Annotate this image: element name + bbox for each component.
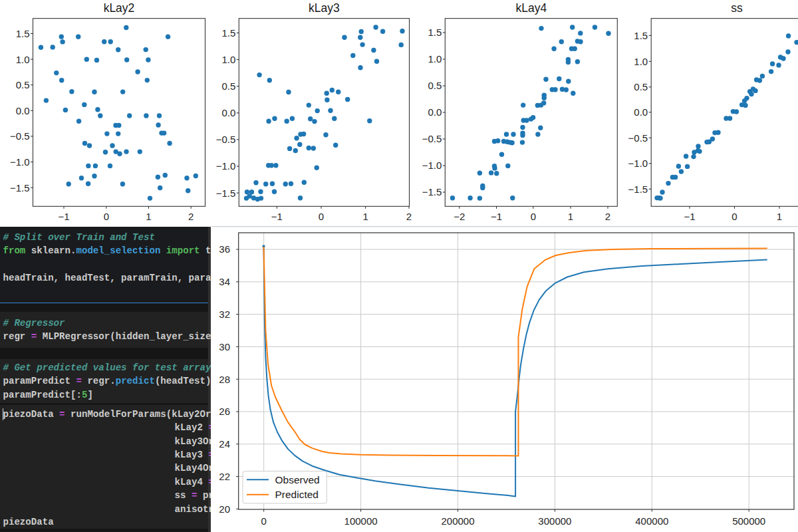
svg-text:300000: 300000 (538, 515, 571, 527)
svg-text:0.0: 0.0 (16, 105, 30, 116)
svg-text:2: 2 (605, 211, 610, 222)
svg-text:−1.5: −1.5 (422, 186, 442, 198)
svg-text:32: 32 (219, 309, 230, 320)
svg-text:1: 1 (777, 211, 782, 222)
svg-text:34: 34 (219, 276, 230, 287)
svg-text:0: 0 (531, 211, 536, 222)
svg-text:26: 26 (219, 406, 230, 417)
svg-text:kLay3: kLay3 (309, 1, 340, 15)
svg-text:1.0: 1.0 (634, 56, 648, 67)
svg-text:1: 1 (362, 211, 368, 222)
svg-text:−0.5: −0.5 (10, 130, 30, 142)
svg-text:−1.5: −1.5 (216, 188, 236, 199)
svg-text:200000: 200000 (441, 515, 474, 527)
svg-text:−1.5: −1.5 (10, 182, 30, 194)
svg-text:1.0: 1.0 (16, 54, 30, 65)
svg-text:1: 1 (568, 211, 573, 222)
svg-text:−1.5: −1.5 (628, 184, 648, 195)
svg-text:−1.0: −1.0 (10, 156, 30, 168)
svg-text:400000: 400000 (635, 515, 668, 527)
svg-text:0.5: 0.5 (16, 79, 30, 90)
svg-text:1.5: 1.5 (16, 28, 30, 39)
svg-text:2: 2 (406, 211, 412, 222)
svg-text:−1: −1 (684, 211, 695, 222)
svg-text:36: 36 (219, 243, 230, 255)
svg-text:−1.0: −1.0 (628, 158, 648, 169)
svg-text:0: 0 (261, 515, 267, 527)
svg-text:24: 24 (219, 438, 230, 450)
svg-text:1.5: 1.5 (428, 27, 442, 38)
svg-text:1: 1 (146, 211, 151, 222)
svg-text:Observed: Observed (275, 474, 320, 485)
svg-text:0.5: 0.5 (634, 81, 648, 92)
svg-text:kLay4: kLay4 (515, 1, 547, 15)
svg-text:0: 0 (104, 211, 109, 222)
svg-text:−1: −1 (58, 211, 69, 222)
svg-text:22: 22 (219, 471, 230, 482)
svg-text:2: 2 (188, 211, 194, 222)
svg-text:20: 20 (219, 503, 230, 515)
svg-text:−1.0: −1.0 (422, 160, 442, 171)
svg-text:500000: 500000 (732, 515, 765, 527)
svg-text:30: 30 (219, 341, 230, 352)
svg-text:−0.5: −0.5 (216, 134, 236, 145)
svg-text:1.5: 1.5 (634, 30, 648, 41)
svg-text:100000: 100000 (344, 515, 378, 527)
svg-text:1.5: 1.5 (221, 27, 235, 39)
svg-text:0.5: 0.5 (428, 80, 442, 91)
svg-text:−1.0: −1.0 (216, 160, 236, 172)
svg-text:0.0: 0.0 (221, 107, 235, 118)
svg-text:−0.5: −0.5 (628, 132, 648, 144)
svg-text:−0.5: −0.5 (422, 133, 442, 144)
svg-text:1.0: 1.0 (221, 54, 235, 65)
svg-text:28: 28 (219, 374, 230, 385)
svg-text:0: 0 (319, 211, 324, 222)
svg-text:−1: −1 (271, 211, 283, 222)
svg-text:Predicted: Predicted (275, 489, 319, 500)
svg-text:−2: −2 (454, 211, 465, 222)
svg-text:0.5: 0.5 (221, 80, 235, 92)
svg-text:−1: −1 (491, 211, 502, 222)
svg-text:0.0: 0.0 (428, 106, 442, 118)
svg-text:0.0: 0.0 (634, 106, 648, 118)
svg-text:1.0: 1.0 (428, 53, 442, 65)
svg-text:ss: ss (731, 1, 743, 15)
svg-text:kLay2: kLay2 (104, 1, 135, 15)
svg-text:0: 0 (732, 211, 737, 222)
